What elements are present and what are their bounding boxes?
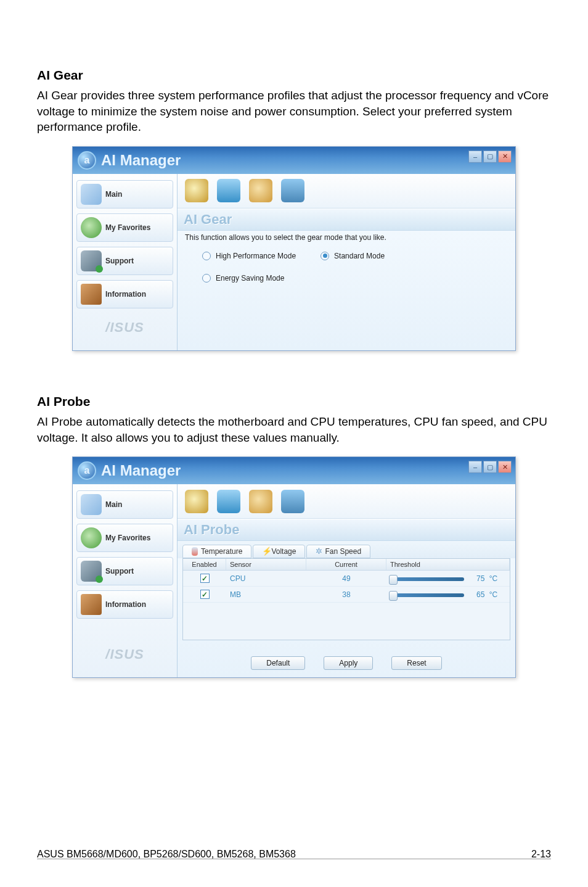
sidebar-item-favorites[interactable]: My Favorites [76, 213, 173, 242]
sidebar-item-label: Information [105, 600, 146, 609]
ai-manager-window-gear: a AI Manager – ▢ ✕ Main My Favorites Sup… [72, 146, 516, 351]
sensor-table: Enabled Sensor Current Threshold ✓ CPU 4… [182, 558, 510, 640]
radio-icon [321, 252, 329, 260]
current-value: 38 [306, 590, 386, 599]
close-button[interactable]: ✕ [498, 151, 512, 163]
threshold-slider-cpu[interactable] [390, 577, 464, 581]
col-sensor: Sensor [226, 559, 306, 570]
radio-icon [202, 274, 211, 283]
table-row: ✓ MB 38 65 °C [183, 587, 510, 603]
tab-label: Temperature [201, 547, 242, 556]
sensor-name: CPU [226, 574, 306, 583]
sidebar-item-label: Support [105, 567, 134, 576]
toolbar [178, 484, 515, 519]
minimize-button[interactable]: – [468, 461, 482, 473]
main-icon [81, 184, 102, 205]
panel-title: AI Gear [184, 212, 509, 228]
tab-label: Fan Speed [325, 547, 361, 556]
voltage-icon: ⚡ [262, 547, 268, 556]
section-title-ai-gear: AI Gear [37, 68, 551, 83]
ai-probe-icon[interactable] [281, 179, 304, 202]
sidebar-item-label: Support [105, 257, 134, 265]
sidebar-item-information[interactable]: Information [76, 280, 173, 308]
sidebar-item-label: My Favorites [105, 534, 150, 542]
page-footer: ASUS BM5668/MD600, BP5268/SD600, BM5268,… [37, 841, 551, 860]
maximize-button[interactable]: ▢ [483, 151, 497, 163]
ai-manager-window-probe: a AI Manager – ▢ ✕ Main My Favorites Sup… [72, 456, 516, 678]
radio-icon [202, 252, 211, 260]
sidebar-item-label: Information [105, 290, 146, 299]
sidebar-item-support[interactable]: Support [76, 247, 173, 275]
threshold-unit: °C [489, 574, 497, 583]
sidebar-item-main[interactable]: Main [76, 180, 173, 208]
col-current: Current [306, 559, 386, 570]
titlebar: a AI Manager – ▢ ✕ [73, 147, 515, 174]
section-desc-ai-probe: AI Probe automatically detects the mothe… [37, 414, 551, 445]
radio-standard-mode[interactable]: Standard Mode [321, 252, 385, 260]
app-logo-icon: a [78, 151, 96, 170]
sidebar-item-favorites[interactable]: My Favorites [76, 524, 173, 552]
sidebar-item-main[interactable]: Main [76, 490, 173, 519]
information-icon [81, 594, 102, 615]
support-icon [81, 250, 102, 271]
toolbar [178, 174, 515, 208]
radio-high-performance[interactable]: High Performance Mode [202, 252, 296, 260]
sidebar-item-information[interactable]: Information [76, 590, 173, 619]
ai-disc-icon[interactable] [185, 490, 208, 513]
sidebar-item-support[interactable]: Support [76, 557, 173, 585]
section-title-ai-probe: AI Probe [37, 394, 551, 409]
ai-gear-icon[interactable] [249, 490, 272, 513]
enable-checkbox-cpu[interactable]: ✓ [200, 574, 210, 583]
ai-gear-icon[interactable] [249, 179, 272, 202]
default-button[interactable]: Default [251, 656, 305, 670]
sidebar-item-label: Main [105, 500, 122, 509]
ai-disc-icon[interactable] [185, 179, 208, 202]
threshold-value: 75 [472, 574, 484, 583]
tab-voltage[interactable]: ⚡ Voltage [253, 545, 305, 558]
tab-fan-speed[interactable]: ✲ Fan Speed [306, 545, 370, 558]
sidebar: Main My Favorites Support Information /I… [73, 484, 178, 677]
sidebar-item-label: My Favorites [105, 223, 150, 232]
app-logo-icon: a [78, 461, 96, 480]
ai-nap-icon[interactable] [217, 490, 240, 513]
information-icon [81, 284, 102, 305]
titlebar: a AI Manager – ▢ ✕ [73, 457, 515, 484]
content-area: AI Probe Temperature ⚡ Voltage ✲ Fan Spe… [178, 484, 515, 677]
sidebar: Main My Favorites Support Information /I… [73, 174, 178, 350]
sensor-name: MB [226, 590, 306, 599]
app-title: AI Manager [101, 152, 181, 169]
radio-label: Energy Saving Mode [216, 274, 284, 283]
apply-button[interactable]: Apply [324, 656, 373, 670]
threshold-unit: °C [489, 590, 497, 599]
content-area: AI Gear This function allows you to sele… [178, 174, 515, 350]
minimize-button[interactable]: – [468, 151, 482, 163]
tab-label: Voltage [271, 547, 296, 556]
brand-logo: /ISUS [73, 311, 177, 344]
sidebar-item-label: Main [105, 190, 122, 199]
section-desc-ai-gear: AI Gear provides three system performanc… [37, 88, 551, 135]
table-header: Enabled Sensor Current Threshold [183, 559, 510, 571]
enable-checkbox-mb[interactable]: ✓ [200, 590, 210, 599]
brand-logo: /ISUS [73, 638, 177, 671]
threshold-value: 65 [472, 590, 484, 599]
thermometer-icon [192, 547, 198, 556]
panel-title: AI Probe [184, 522, 509, 538]
close-button[interactable]: ✕ [498, 461, 512, 473]
main-icon [81, 494, 102, 515]
radio-label: High Performance Mode [216, 252, 296, 260]
col-threshold: Threshold [386, 559, 510, 570]
reset-button[interactable]: Reset [391, 656, 441, 670]
current-value: 49 [306, 574, 386, 583]
maximize-button[interactable]: ▢ [483, 461, 497, 473]
tab-temperature[interactable]: Temperature [182, 545, 251, 558]
ai-nap-icon[interactable] [217, 179, 240, 202]
favorites-icon [81, 217, 102, 238]
ai-probe-icon[interactable] [281, 490, 304, 513]
action-buttons: Default Apply Reset [178, 644, 515, 677]
panel-description: This function allows you to select the g… [178, 231, 515, 248]
app-title: AI Manager [101, 462, 181, 479]
radio-energy-saving[interactable]: Energy Saving Mode [202, 274, 284, 283]
fan-icon: ✲ [316, 547, 322, 556]
col-enabled: Enabled [183, 559, 226, 570]
threshold-slider-mb[interactable] [390, 593, 464, 597]
